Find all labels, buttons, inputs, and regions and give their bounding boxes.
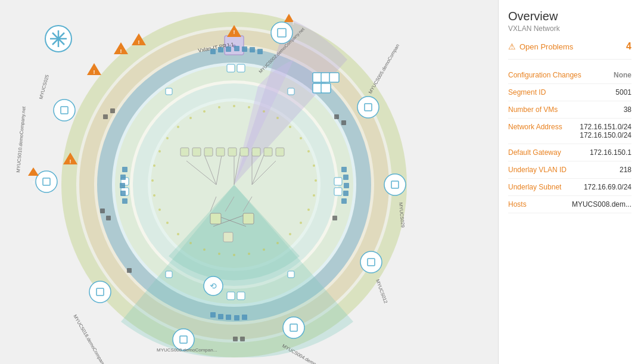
svg-rect-118	[122, 198, 127, 204]
problems-row[interactable]: ⚠ Open Problems 4	[508, 41, 631, 60]
network-address-label: Network Address	[508, 123, 567, 131]
svg-rect-112	[234, 315, 239, 321]
shuffle-icon[interactable]: ⟲	[204, 276, 223, 295]
svg-rect-160	[100, 209, 105, 213]
svg-rect-111	[226, 315, 231, 320]
svg-text:!: !	[33, 181, 34, 185]
svg-rect-27	[216, 148, 225, 156]
default-gateway-value: 172.16.150.1	[590, 148, 631, 157]
svg-point-132	[276, 242, 279, 244]
svg-point-138	[189, 242, 192, 244]
svg-rect-29	[240, 148, 248, 156]
svg-point-133	[263, 248, 265, 251]
svg-point-79	[384, 174, 406, 195]
underlay-subnet-label: Underlay Subnet	[508, 183, 566, 191]
svg-text:MYUCS008.demoCompan...: MYUCS008.demoCompan...	[157, 347, 217, 353]
hosts-label: Hosts	[508, 200, 531, 209]
default-gateway-row: Default Gateway 172.16.150.1	[508, 144, 631, 161]
num-vms-value: 38	[624, 105, 631, 114]
config-changes-label: Configuration Changes	[508, 71, 586, 79]
svg-rect-50	[321, 83, 331, 93]
config-changes-value: None	[614, 71, 631, 79]
svg-rect-161	[106, 216, 111, 220]
svg-point-123	[289, 126, 291, 128]
svg-rect-94	[166, 88, 172, 95]
svg-text:MYUCS005.demoCompan: MYUCS005.demoCompan	[368, 43, 400, 95]
svg-rect-34	[243, 213, 254, 224]
node-MYUCS004[interactable]	[283, 317, 304, 338]
svg-rect-30	[252, 148, 260, 156]
svg-point-82	[357, 97, 379, 118]
svg-rect-163	[341, 120, 346, 125]
warning-node-1: !	[87, 63, 101, 75]
svg-rect-104	[341, 167, 347, 172]
svg-rect-103	[257, 49, 263, 54]
svg-point-135	[233, 254, 235, 256]
svg-text:MYUCS012: MYUCS012	[375, 279, 388, 304]
svg-point-125	[307, 150, 310, 153]
node-MYUCS012[interactable]	[360, 251, 382, 273]
svg-rect-114	[122, 167, 127, 172]
underlay-subnet-value: 172.16.69.0/24	[584, 183, 631, 191]
svg-rect-32	[276, 148, 284, 156]
svg-rect-108	[341, 198, 347, 204]
svg-rect-165	[127, 268, 132, 273]
svg-point-121	[263, 110, 265, 113]
svg-point-129	[307, 209, 310, 211]
svg-text:!: !	[138, 39, 140, 45]
node-MYUCS005[interactable]	[357, 97, 379, 118]
svg-rect-99	[226, 46, 231, 52]
svg-rect-88	[334, 188, 342, 195]
svg-point-128	[313, 194, 315, 197]
segment-id-value: 5001	[615, 88, 631, 97]
problems-label: Open Problems	[519, 42, 573, 51]
svg-text:!: !	[120, 48, 122, 54]
svg-rect-26	[204, 148, 213, 156]
network-diagram: ⊕ ! Vxlan-IT-PRJ-1 ! MYUCS002.demoCompan…	[0, 0, 498, 364]
svg-text:!: !	[293, 21, 294, 25]
svg-rect-24	[181, 148, 189, 156]
network-address-row: Network Address 172.16.151.0/24 172.16.1…	[508, 119, 631, 144]
svg-rect-96	[166, 271, 172, 278]
overview-title: Overview	[508, 10, 631, 23]
svg-rect-35	[223, 232, 233, 242]
node-MYUCS018[interactable]	[89, 281, 111, 303]
svg-text:!: !	[234, 29, 235, 35]
hosts-row: Hosts MYUCS008.dem...	[508, 196, 631, 213]
warning-icon: ⚠	[508, 42, 516, 51]
svg-point-124	[300, 137, 302, 139]
svg-text:!: !	[70, 158, 71, 164]
svg-rect-109	[210, 312, 216, 318]
node-MYUCS025[interactable]	[54, 99, 75, 121]
svg-point-140	[166, 222, 169, 224]
node-MYUCS010[interactable]: !	[28, 167, 57, 192]
svg-rect-116	[120, 183, 125, 188]
svg-rect-95	[288, 271, 294, 278]
num-vms-row: Number of VMs 38	[508, 101, 631, 119]
default-gateway-label: Default Gateway	[508, 148, 566, 157]
svg-text:MYUCS010.demoCompany.net: MYUCS010.demoCompany.net	[15, 106, 27, 173]
vtep-icon[interactable]	[45, 26, 71, 52]
svg-point-142	[153, 194, 155, 197]
svg-rect-117	[120, 191, 126, 196]
config-changes-row: Configuration Changes None	[508, 67, 631, 84]
warning-node-2: !	[114, 42, 128, 54]
svg-point-126	[313, 164, 315, 167]
problems-count: 4	[626, 41, 631, 52]
svg-point-146	[166, 137, 169, 139]
svg-point-147	[177, 126, 179, 128]
segment-id-row: Segment ID 5001	[508, 84, 631, 101]
svg-point-149	[203, 110, 206, 113]
svg-rect-31	[264, 148, 272, 156]
node-MYUCS029[interactable]	[384, 174, 406, 195]
svg-marker-62	[28, 167, 39, 176]
svg-point-144	[153, 164, 155, 167]
svg-text:MYUCS025: MYUCS025	[38, 74, 50, 100]
svg-rect-105	[343, 175, 348, 180]
svg-point-67	[89, 281, 111, 303]
svg-point-148	[189, 117, 192, 119]
svg-point-120	[248, 106, 250, 108]
svg-point-119	[233, 105, 235, 107]
svg-rect-33	[210, 213, 221, 224]
svg-rect-90	[237, 292, 245, 300]
